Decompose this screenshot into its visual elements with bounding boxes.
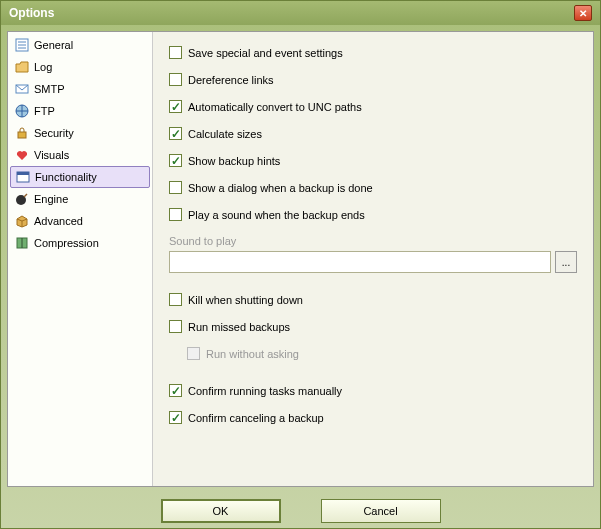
sidebar-item-log[interactable]: Log — [10, 56, 150, 78]
checkbox[interactable] — [169, 154, 182, 167]
button-label: Cancel — [363, 505, 397, 517]
checkbox[interactable] — [169, 73, 182, 86]
option-hints[interactable]: Show backup hints — [169, 154, 577, 167]
sound-input[interactable] — [169, 251, 551, 273]
checkbox[interactable] — [169, 127, 182, 140]
option-play-sound[interactable]: Play a sound when the backup ends — [169, 208, 577, 221]
option-label: Play a sound when the backup ends — [188, 209, 365, 221]
sidebar-item-label: FTP — [34, 105, 55, 117]
content-area: General Log SMTP FTP Security Visuals — [7, 31, 594, 487]
checkbox[interactable] — [169, 100, 182, 113]
main-panel: Save special and event settings Derefere… — [153, 32, 593, 486]
close-button[interactable]: ✕ — [574, 5, 592, 21]
sidebar-item-label: Security — [34, 127, 74, 139]
button-row: OK Cancel — [1, 493, 600, 529]
titlebar: Options ✕ — [1, 1, 600, 25]
window-title: Options — [9, 6, 54, 20]
sidebar-item-label: Log — [34, 61, 52, 73]
option-confirm-cancel[interactable]: Confirm canceling a backup — [169, 411, 577, 424]
svg-line-10 — [24, 194, 27, 197]
option-label: Run without asking — [206, 348, 299, 360]
sidebar-item-security[interactable]: Security — [10, 122, 150, 144]
option-label: Confirm canceling a backup — [188, 412, 324, 424]
sidebar-item-engine[interactable]: Engine — [10, 188, 150, 210]
option-label: Show backup hints — [188, 155, 280, 167]
close-icon: ✕ — [579, 8, 587, 19]
sidebar-item-ftp[interactable]: FTP — [10, 100, 150, 122]
option-calc-sizes[interactable]: Calculate sizes — [169, 127, 577, 140]
sidebar-item-functionality[interactable]: Functionality — [10, 166, 150, 188]
browse-button[interactable]: ... — [555, 251, 577, 273]
svg-rect-8 — [17, 172, 29, 175]
sidebar-item-label: General — [34, 39, 73, 51]
option-run-missed[interactable]: Run missed backups — [169, 320, 577, 333]
checkbox[interactable] — [169, 384, 182, 397]
option-kill-shutdown[interactable]: Kill when shutting down — [169, 293, 577, 306]
option-label: Calculate sizes — [188, 128, 262, 140]
list-icon — [14, 37, 30, 53]
checkbox[interactable] — [169, 293, 182, 306]
lock-icon — [14, 125, 30, 141]
option-label: Show a dialog when a backup is done — [188, 182, 373, 194]
globe-icon — [14, 103, 30, 119]
folder-icon — [14, 59, 30, 75]
option-label: Save special and event settings — [188, 47, 343, 59]
sidebar-item-advanced[interactable]: Advanced — [10, 210, 150, 232]
heart-icon — [14, 147, 30, 163]
window-icon — [15, 169, 31, 185]
bomb-icon — [14, 191, 30, 207]
option-label: Run missed backups — [188, 321, 290, 333]
checkbox[interactable] — [169, 208, 182, 221]
sidebar-item-label: Compression — [34, 237, 99, 249]
option-label: Dereference links — [188, 74, 274, 86]
cancel-button[interactable]: Cancel — [321, 499, 441, 523]
option-unc[interactable]: Automatically convert to UNC paths — [169, 100, 577, 113]
option-confirm-running[interactable]: Confirm running tasks manually — [169, 384, 577, 397]
button-label: OK — [213, 505, 229, 517]
sidebar: General Log SMTP FTP Security Visuals — [8, 32, 153, 486]
option-dereference[interactable]: Dereference links — [169, 73, 577, 86]
checkbox[interactable] — [169, 46, 182, 59]
sidebar-item-label: Visuals — [34, 149, 69, 161]
option-run-without-asking: Run without asking — [187, 347, 577, 360]
sound-row: ... — [169, 251, 577, 273]
checkbox[interactable] — [169, 411, 182, 424]
sound-label: Sound to play — [169, 235, 577, 247]
option-label: Automatically convert to UNC paths — [188, 101, 362, 113]
sidebar-item-smtp[interactable]: SMTP — [10, 78, 150, 100]
sidebar-item-label: Functionality — [35, 171, 97, 183]
checkbox[interactable] — [169, 181, 182, 194]
ok-button[interactable]: OK — [161, 499, 281, 523]
box-icon — [14, 213, 30, 229]
option-save-special[interactable]: Save special and event settings — [169, 46, 577, 59]
option-dialog-done[interactable]: Show a dialog when a backup is done — [169, 181, 577, 194]
checkbox[interactable] — [169, 320, 182, 333]
sidebar-item-general[interactable]: General — [10, 34, 150, 56]
options-dialog: Options ✕ General Log SMTP FTP — [0, 0, 601, 529]
sidebar-item-label: Engine — [34, 193, 68, 205]
svg-rect-6 — [18, 132, 26, 138]
archive-icon — [14, 235, 30, 251]
option-label: Kill when shutting down — [188, 294, 303, 306]
option-label: Confirm running tasks manually — [188, 385, 342, 397]
ellipsis-icon: ... — [562, 257, 570, 268]
sidebar-item-label: SMTP — [34, 83, 65, 95]
sidebar-item-compression[interactable]: Compression — [10, 232, 150, 254]
sidebar-item-visuals[interactable]: Visuals — [10, 144, 150, 166]
sidebar-item-label: Advanced — [34, 215, 83, 227]
checkbox — [187, 347, 200, 360]
mail-icon — [14, 81, 30, 97]
